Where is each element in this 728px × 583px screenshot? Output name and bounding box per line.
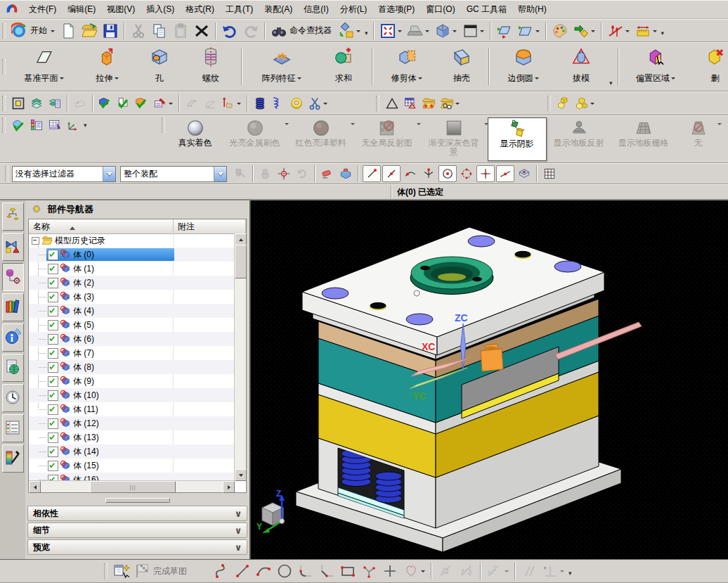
touch-box-button[interactable] <box>337 22 363 40</box>
scrollbar-thumb[interactable]: ||| <box>90 481 176 493</box>
show-box-check-button[interactable] <box>134 96 150 111</box>
fit-view-button[interactable] <box>378 22 404 40</box>
toolbar-overflow-button[interactable]: ▾ <box>609 79 613 87</box>
visibility-checkbox[interactable] <box>48 306 58 316</box>
dropdown-caret[interactable] <box>421 570 425 575</box>
scissors-blue-button[interactable] <box>306 96 330 111</box>
dropdown-caret[interactable] <box>455 103 460 107</box>
edge-blend-button[interactable]: 边倒圆 <box>493 44 554 89</box>
finish-flag-button[interactable]: 完成草图 <box>133 562 190 580</box>
dropdown-caret[interactable] <box>418 77 422 82</box>
snap-face-button[interactable] <box>516 166 533 181</box>
menu-item-7[interactable]: 信息(I) <box>298 0 334 19</box>
dropdown-caret[interactable] <box>590 103 594 107</box>
web-browser-tab[interactable] <box>2 354 24 382</box>
toolbar-grip[interactable] <box>162 117 165 133</box>
visibility-checkbox[interactable] <box>48 264 58 274</box>
sk-fillet-button[interactable] <box>296 562 316 580</box>
toolbar-grip[interactable] <box>2 23 6 39</box>
redo-arrow-button[interactable] <box>241 22 261 40</box>
menu-item-8[interactable]: 分析(L) <box>334 0 373 19</box>
tree-item-row[interactable]: 体 (9) <box>29 374 235 388</box>
menu-item-2[interactable]: 视图(V) <box>101 0 141 19</box>
snap-tangent-button[interactable] <box>402 166 419 181</box>
vertical-scrollbar[interactable] <box>234 233 246 481</box>
sk-rectangle-button[interactable] <box>338 562 358 580</box>
menu-item-3[interactable]: 插入(S) <box>141 0 180 19</box>
dropdown-caret[interactable] <box>717 123 722 127</box>
sk-constraint-a-button[interactable] <box>436 562 455 580</box>
system-panel-tab[interactable] <box>2 414 24 442</box>
trim-body-button[interactable]: 修剪体 <box>376 44 438 89</box>
sk-pattern-button[interactable] <box>401 562 427 580</box>
tag-note-button[interactable] <box>72 96 89 111</box>
sk-constraint-b-button[interactable] <box>457 562 476 580</box>
sk-perpendicular-button[interactable] <box>540 562 566 580</box>
part-navigator-tab[interactable] <box>2 263 24 291</box>
sk-polygon-button[interactable] <box>359 562 379 580</box>
draft-button[interactable]: 拔模 <box>554 44 608 89</box>
sphere-shiny-button[interactable]: 真实着色 <box>169 117 222 161</box>
folder-circles-button[interactable] <box>438 96 462 111</box>
toolbar-grip[interactable] <box>547 96 551 111</box>
sk-dimension-button[interactable] <box>485 562 511 580</box>
menu-item-12[interactable]: 帮助(H) <box>512 0 552 19</box>
folder-sparks-button[interactable] <box>420 96 437 111</box>
assembly-navigator-tab[interactable] <box>2 203 24 231</box>
thread-button[interactable]: 螺纹 <box>183 44 238 89</box>
toolbar-grip[interactable] <box>376 96 379 111</box>
shadow-lamp-button[interactable]: 显示阴影 <box>488 117 547 161</box>
internet-explorer-tab[interactable] <box>2 323 24 352</box>
dropdown-caret[interactable] <box>653 30 657 34</box>
render-style-button[interactable] <box>405 22 431 40</box>
blocks-list-button[interactable] <box>28 117 45 133</box>
measure-pins-button[interactable] <box>606 22 632 40</box>
snap-quadrant-button[interactable] <box>458 166 475 181</box>
menu-item-11[interactable]: GC 工具箱 <box>461 0 512 19</box>
nx-start-button[interactable]: 开始 <box>10 22 57 40</box>
tree-item-row[interactable]: 体 (3) <box>29 290 235 304</box>
selection-filter-dropdown[interactable]: 没有选择过滤器 <box>12 166 116 182</box>
none-slash-button[interactable]: 无 <box>676 117 721 161</box>
sphere-plastic-button[interactable]: 红色亮泽塑料 <box>288 117 354 161</box>
visibility-checkbox[interactable] <box>48 461 58 471</box>
reuse-library-tab[interactable] <box>2 293 24 321</box>
dropdown-caret[interactable] <box>237 103 241 107</box>
toolbar-grip[interactable] <box>104 563 108 579</box>
magnet-pair-button[interactable] <box>232 166 249 181</box>
visibility-checkbox[interactable] <box>48 433 58 443</box>
swoosh-a-button[interactable] <box>183 96 200 111</box>
horizontal-scrollbar[interactable]: ||| <box>29 480 235 492</box>
snap-end-button[interactable] <box>363 165 381 182</box>
datum-plane-button[interactable]: 基准平面 <box>9 44 79 89</box>
rotate-hand-button[interactable] <box>294 166 311 181</box>
dropdown-caret[interactable] <box>535 77 539 82</box>
snap-center-button[interactable] <box>438 165 457 182</box>
toolbar-grip[interactable] <box>2 59 6 75</box>
layer-settings-button[interactable] <box>28 96 45 111</box>
washer-coil-button[interactable] <box>288 96 305 111</box>
visibility-checkbox[interactable] <box>48 320 58 331</box>
sk-profile-button[interactable] <box>212 562 231 580</box>
menu-item-6[interactable]: 装配(A) <box>259 0 298 19</box>
chevron-down-icon[interactable]: ∨ <box>230 508 247 519</box>
cut-scissors-button[interactable] <box>129 22 148 40</box>
new-file-button[interactable] <box>58 22 78 40</box>
palette-button[interactable] <box>550 22 570 40</box>
dropdown-caret[interactable] <box>535 30 540 34</box>
visibility-checkbox[interactable] <box>48 376 58 387</box>
move-arrows-button[interactable] <box>571 22 597 40</box>
section-预览[interactable]: 预览∨ <box>27 539 247 555</box>
tree-item-row[interactable]: 体 (0) <box>29 248 235 262</box>
dropdown-caret[interactable] <box>453 30 457 34</box>
menu-item-4[interactable]: 格式(R) <box>180 0 220 19</box>
column-note[interactable]: 附注 <box>174 219 246 233</box>
tree-item-row[interactable]: 体 (10) <box>29 388 235 402</box>
snap-mid-button[interactable] <box>382 165 401 182</box>
window-wizard-button[interactable] <box>112 562 131 580</box>
shell-button[interactable]: 抽壳 <box>438 44 486 89</box>
extrude-button[interactable]: 拉伸 <box>79 44 136 89</box>
toolbar-grip[interactable] <box>5 166 8 181</box>
scrollbar-thumb[interactable] <box>235 245 247 278</box>
menu-item-9[interactable]: 首选项(P) <box>372 0 420 19</box>
